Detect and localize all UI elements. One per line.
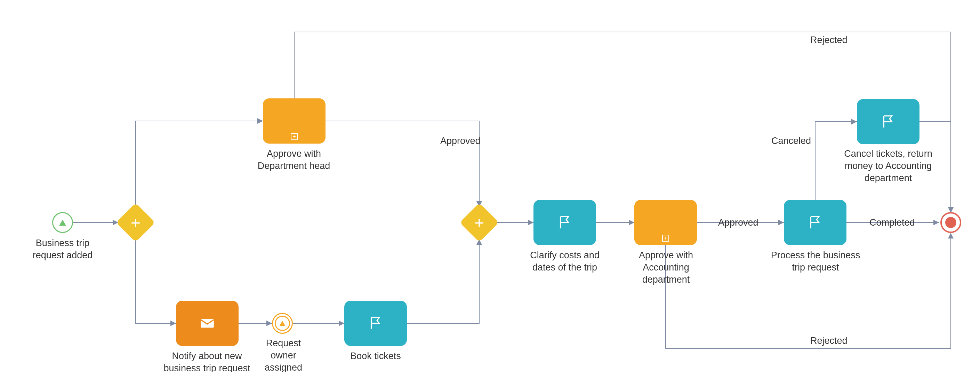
task-approve-acct: +	[634, 200, 697, 245]
flag-icon	[367, 315, 384, 332]
task-approve-dept: +	[263, 99, 326, 143]
task-cancel-tickets	[857, 99, 920, 144]
task-notify-label: Notify about new business trip request	[156, 350, 257, 372]
edge-label-approved-2: Approved	[718, 217, 759, 228]
task-process-req	[784, 200, 846, 245]
end-icon	[945, 217, 956, 228]
flag-icon	[556, 214, 573, 231]
edge-label-rejected-1: Rejected	[810, 35, 848, 46]
plus-icon: +	[122, 208, 150, 237]
task-book-tickets-label: Book tickets	[346, 350, 405, 362]
task-approve-dept-label: Approve with Department head	[250, 148, 337, 172]
edge-label-rejected-2: Rejected	[810, 335, 848, 346]
flag-icon	[880, 113, 897, 130]
gateway-split: +	[122, 208, 150, 237]
edge-label-completed: Completed	[869, 217, 915, 228]
intermediate-event	[272, 313, 293, 334]
signal-icon	[280, 321, 285, 326]
task-cancel-tickets-label: Cancel tickets, return money to Accounti…	[832, 148, 944, 184]
flag-icon	[807, 214, 824, 231]
task-approve-acct-label: Approve with Accounting department	[626, 249, 706, 286]
bpmn-canvas: Business trip request added + + Approve …	[0, 0, 980, 372]
task-clarify-label: Clarify costs and dates of the trip	[523, 249, 606, 273]
intermediate-event-label: Request owner assigned	[257, 337, 310, 372]
plus-icon: +	[465, 208, 493, 237]
edge-label-canceled: Canceled	[772, 135, 811, 146]
gateway-join: +	[465, 208, 493, 237]
task-process-req-label: Process the business trip request	[765, 249, 866, 273]
task-notify	[176, 301, 239, 346]
connectors	[0, 0, 980, 372]
subprocess-icon: +	[291, 133, 298, 140]
svg-rect-0	[200, 319, 214, 328]
start-event	[52, 212, 73, 233]
start-icon	[59, 220, 66, 226]
subprocess-icon: +	[662, 235, 669, 242]
task-book-tickets	[344, 301, 407, 346]
end-event	[940, 212, 961, 233]
start-label: Business trip request added	[28, 237, 97, 261]
mail-icon	[199, 315, 216, 332]
edge-label-approved-1: Approved	[440, 135, 480, 146]
task-clarify	[533, 200, 596, 245]
